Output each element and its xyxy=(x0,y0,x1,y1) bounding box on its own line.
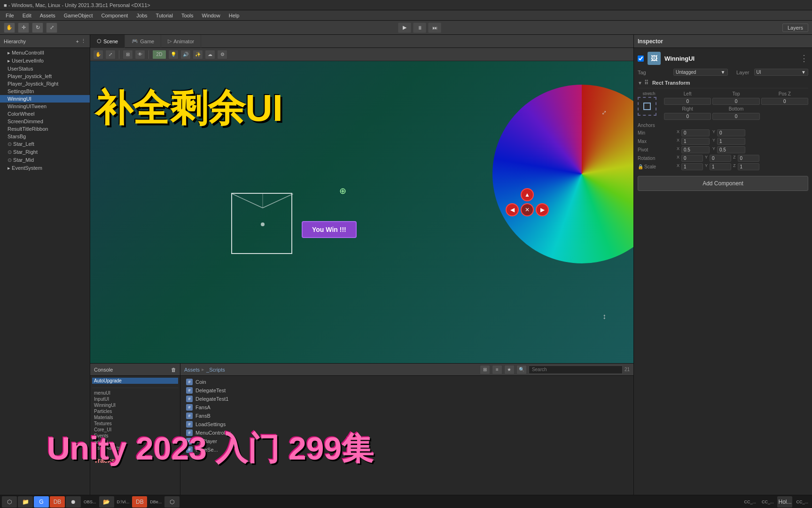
hier-item-resulttitleribbon[interactable]: ResultTitleRibbon xyxy=(0,125,90,133)
scene-grid-btn[interactable]: ⊞ xyxy=(123,50,133,59)
hier-item-settingsbtn[interactable]: SettingsBtn xyxy=(0,87,90,95)
console-item-winningui2[interactable]: WinningUI xyxy=(92,402,178,408)
pivot-x-input[interactable]: 0.5 xyxy=(681,146,710,153)
assets-star-btn[interactable]: ★ xyxy=(504,365,515,374)
hierarchy-add-btn[interactable]: + xyxy=(76,39,79,44)
scale-x-input[interactable]: 1 xyxy=(681,163,703,170)
asset-item-savese[interactable]: # SaveSe... xyxy=(184,445,630,454)
taskbar-unity[interactable]: ⬡ xyxy=(2,496,17,508)
hier-item-joystick-left[interactable]: Player_joystick_left xyxy=(0,72,90,80)
scale-z-input[interactable]: 1 xyxy=(738,163,759,170)
scene-gizmo-btn[interactable]: ⚙ xyxy=(217,50,227,59)
assets-filter-btn[interactable]: ⊞ xyxy=(480,365,490,374)
max-x-input[interactable]: 1 xyxy=(681,138,710,145)
tool-scale[interactable]: ⤢ xyxy=(46,23,57,33)
joy-left[interactable]: ◀ xyxy=(506,203,519,216)
taskbar-obs[interactable]: ⏺ xyxy=(66,496,81,508)
joy-center[interactable]: ✕ xyxy=(521,203,534,216)
play-button[interactable]: ▶ xyxy=(398,23,411,33)
hier-item-userlevelinfo[interactable]: ▸ UserLevelInfo xyxy=(0,57,90,65)
menu-jobs[interactable]: Jobs xyxy=(133,12,151,19)
taskbar-unity2[interactable]: ⬡ xyxy=(164,496,180,508)
console-item-usingassets[interactable]: UsingAssets xyxy=(92,445,178,451)
scene-view-btn[interactable]: 👁 xyxy=(135,50,145,59)
tab-scene[interactable]: ⬡ Scene xyxy=(90,35,125,48)
menu-file[interactable]: File xyxy=(2,12,18,19)
hier-item-joystick-right[interactable]: Player_Joystick_Right xyxy=(0,80,90,87)
hier-item-colorwheel[interactable]: ColorWheel xyxy=(0,110,90,118)
asset-item-delegatetest1[interactable]: # DelegateTest1 xyxy=(184,395,630,403)
menu-tutorial[interactable]: Tutorial xyxy=(152,12,177,19)
bottom-input[interactable]: 0 xyxy=(712,113,759,120)
breadcrumb-scripts[interactable]: _Scripts xyxy=(206,367,225,373)
taskbar-folder[interactable]: 📁 xyxy=(18,496,33,508)
asset-item-coin[interactable]: # Coin xyxy=(184,378,630,386)
console-item-assets[interactable]: Assets xyxy=(92,439,178,445)
scene-tool-1[interactable]: ✋ xyxy=(93,50,103,59)
asset-item-delegatetest[interactable]: # DelegateTest xyxy=(184,386,630,395)
menu-window[interactable]: Window xyxy=(198,12,224,19)
rot-y-input[interactable]: 0 xyxy=(710,155,731,162)
rot-x-input[interactable]: 0 xyxy=(681,155,703,162)
min-x-input[interactable]: 0 xyxy=(681,129,710,136)
scene-2d-btn[interactable]: 2D xyxy=(152,50,166,59)
rot-z-input[interactable]: 0 xyxy=(738,155,759,162)
pivot-y-input[interactable]: 0.5 xyxy=(717,146,745,153)
hier-item-winningui[interactable]: WinningUI xyxy=(0,95,90,103)
console-item-autoupgrade[interactable]: AutoUpgrade xyxy=(92,378,178,384)
hierarchy-menu-btn[interactable]: ⋮ xyxy=(81,38,86,44)
joy-up[interactable]: ▲ xyxy=(521,188,534,201)
scene-audio-btn[interactable]: 🔊 xyxy=(180,50,191,59)
console-item-particles[interactable]: Particles xyxy=(92,408,178,414)
assets-list-btn[interactable]: ≡ xyxy=(492,365,502,374)
menu-gameobject[interactable]: GameObject xyxy=(60,12,97,19)
console-item-textures[interactable]: Textures xyxy=(92,421,178,427)
step-button[interactable]: ⏭ xyxy=(428,23,441,33)
asset-item-fansb[interactable]: # FansB xyxy=(184,412,630,420)
tab-game[interactable]: 🎮 Game xyxy=(125,35,161,48)
layers-button[interactable]: Layers xyxy=(782,24,808,32)
menu-assets[interactable]: Assets xyxy=(36,12,59,19)
taskbar-hol[interactable]: Hol... xyxy=(777,496,792,508)
obj-menu-btn[interactable]: ⋮ xyxy=(800,53,808,64)
left-input[interactable]: 0 xyxy=(664,98,711,105)
top-input[interactable]: 0 xyxy=(712,98,759,105)
console-clear[interactable]: 🗑 xyxy=(171,367,176,373)
tool-rotate[interactable]: ↻ xyxy=(32,23,43,33)
tool-move[interactable]: ✛ xyxy=(18,23,29,33)
tool-hand[interactable]: ✋ xyxy=(4,23,15,33)
scene-skybox-btn[interactable]: ☁ xyxy=(205,50,215,59)
asset-item-menucontroller[interactable]: # MenuController xyxy=(184,429,630,437)
tab-animator[interactable]: ▷ Animator xyxy=(161,35,201,48)
layer-dropdown[interactable]: UI ▼ xyxy=(754,69,809,76)
pause-button[interactable]: ⏸ xyxy=(413,23,426,33)
taskbar-db2[interactable]: DB xyxy=(132,496,147,508)
console-item-materials[interactable]: Materials xyxy=(92,414,178,421)
hier-item-winninguitween[interactable]: WinningUITween xyxy=(0,103,90,110)
min-y-input[interactable]: 0 xyxy=(717,129,745,136)
hier-item-starmid[interactable]: ⊙ Star_Mid xyxy=(0,156,90,164)
asset-item-fansa[interactable]: # FansA xyxy=(184,403,630,412)
posz-input[interactable]: 0 xyxy=(761,98,808,105)
scale-y-input[interactable]: 1 xyxy=(710,163,731,170)
assets-search-input[interactable] xyxy=(529,365,623,374)
scene-lighting-btn[interactable]: 💡 xyxy=(168,50,179,59)
stretch-icon[interactable] xyxy=(638,97,656,116)
menu-help[interactable]: Help xyxy=(225,12,243,19)
tag-dropdown[interactable]: Untagged ▼ xyxy=(673,69,728,76)
joy-right[interactable]: ▶ xyxy=(536,203,549,216)
scene-fx-btn[interactable]: ✨ xyxy=(193,50,203,59)
breadcrumb-assets[interactable]: Assets xyxy=(184,367,200,373)
hier-item-starsbg[interactable]: StarsBg xyxy=(0,133,90,140)
hier-item-starright[interactable]: ⊙ Star_Right xyxy=(0,148,90,156)
hier-item-screendimmed[interactable]: ScreenDimmed xyxy=(0,118,90,125)
obj-active-checkbox[interactable] xyxy=(638,56,644,62)
asset-item-loadsettings[interactable]: # LoadSettings xyxy=(184,420,630,429)
hier-item-starleft[interactable]: ⊙ Star_Left xyxy=(0,140,90,148)
hier-item-menucontrol[interactable]: ▸ MenuControlII xyxy=(0,49,90,57)
taskbar-chrome[interactable]: G xyxy=(34,496,49,508)
scene-tool-2[interactable]: ⤢ xyxy=(105,50,116,59)
max-y-input[interactable]: 1 xyxy=(717,138,745,145)
console-item-menuui[interactable]: menuUI xyxy=(92,390,178,396)
taskbar-folder2[interactable]: 📂 xyxy=(99,496,114,508)
